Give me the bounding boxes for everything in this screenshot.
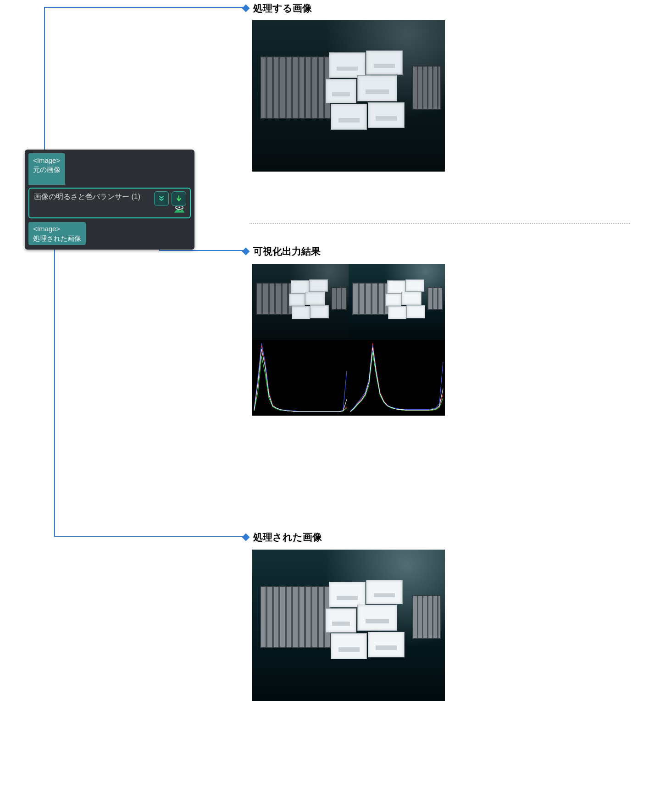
- port-type: <Image>: [33, 225, 60, 233]
- node-body[interactable]: 画像の明るさと色バランサー (1): [28, 188, 191, 218]
- output-port[interactable]: <Image> 処理された画像: [28, 222, 86, 245]
- visualization-output: [252, 264, 445, 416]
- input-histogram: [252, 340, 349, 416]
- connector-line: [44, 7, 243, 8]
- execute-all-button[interactable]: [154, 191, 169, 206]
- output-image: [252, 550, 445, 701]
- section-title-vis: 可視化出力結果: [243, 245, 321, 258]
- eye-image-icon[interactable]: [173, 205, 185, 215]
- connector-line: [54, 536, 243, 537]
- section-title-output: 処理された画像: [243, 531, 322, 544]
- port-type: <Image>: [33, 156, 60, 164]
- diamond-bullet-icon: [242, 5, 250, 12]
- port-label: 元の画像: [33, 166, 61, 173]
- execute-step-button[interactable]: [172, 191, 186, 206]
- connector-line: [159, 250, 243, 251]
- section-title-text: 可視化出力結果: [253, 246, 321, 256]
- connector-line: [54, 243, 55, 537]
- section-title-text: 処理された画像: [253, 532, 322, 542]
- section-title-text: 処理する画像: [253, 3, 312, 13]
- section-title-input: 処理する画像: [243, 2, 312, 15]
- diamond-bullet-icon: [242, 248, 250, 256]
- diamond-bullet-icon: [242, 534, 250, 541]
- connector-line: [44, 7, 45, 153]
- port-label: 処理された画像: [33, 234, 81, 242]
- arrow-down-icon: [175, 195, 183, 203]
- vis-input-thumb: [252, 264, 349, 340]
- node-title: 画像の明るさと色バランサー (1): [34, 193, 140, 200]
- svg-point-1: [178, 206, 180, 208]
- output-histogram: [349, 340, 445, 416]
- input-port[interactable]: <Image> 元の画像: [28, 153, 65, 185]
- vis-output-thumb: [349, 264, 445, 340]
- processing-node[interactable]: <Image> 元の画像 画像の明るさと色バランサー (1): [25, 150, 194, 250]
- divider: [250, 223, 630, 224]
- input-image: [252, 20, 445, 172]
- double-chevron-down-icon: [157, 195, 166, 203]
